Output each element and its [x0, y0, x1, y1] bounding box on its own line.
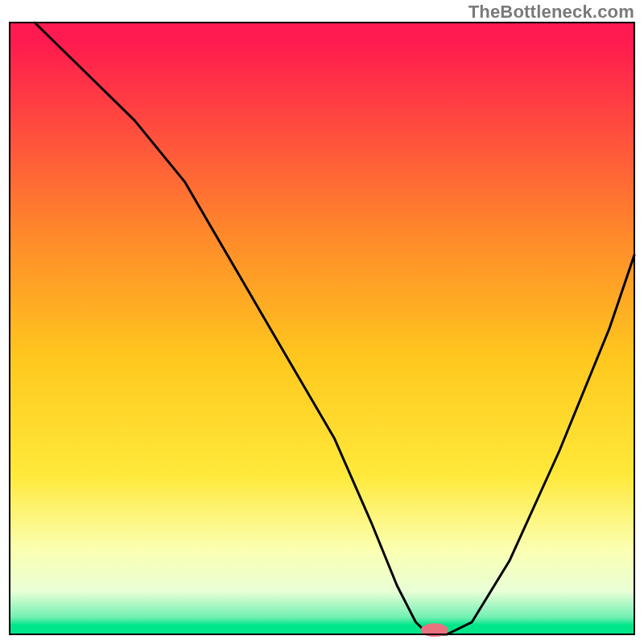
bottleneck-chart	[0, 0, 644, 644]
chart-background	[10, 23, 634, 634]
chart-frame: TheBottleneck.com	[0, 0, 644, 644]
watermark-label: TheBottleneck.com	[469, 2, 634, 23]
